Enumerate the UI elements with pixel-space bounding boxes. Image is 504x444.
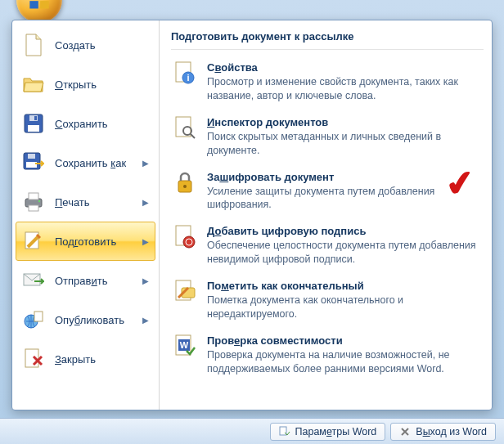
mark-final-icon	[173, 280, 197, 304]
menu-item-print[interactable]: Печать ▶	[16, 182, 155, 222]
menu-item-label: Сохранить как	[55, 157, 133, 169]
exit-icon	[399, 426, 411, 437]
item-description: Пометка документа как окончательного и н…	[207, 294, 482, 321]
print-icon	[22, 191, 45, 213]
svg-point-14	[38, 200, 40, 202]
svg-rect-10	[28, 154, 35, 159]
submenu-arrow-icon: ▶	[142, 198, 149, 207]
menu-item-label: Создать	[55, 39, 149, 52]
item-body: Свойства Просмотр и изменение свойств до…	[207, 61, 482, 103]
item-description: Просмотр и изменение свойств документа, …	[207, 75, 482, 103]
menu-item-open[interactable]: Открыть	[16, 65, 155, 104]
prepare-sign[interactable]: Добавить цифровую подпись Обеспечение це…	[171, 218, 484, 273]
menu-item-label: Подготовить	[55, 235, 133, 248]
item-title: Инспектор документов	[207, 116, 482, 128]
prepare-inspect[interactable]: Инспектор документов Поиск скрытых метад…	[171, 110, 484, 164]
prepare-compatibility[interactable]: W Проверка совместимости Проверка докуме…	[171, 328, 484, 383]
item-title: Свойства	[207, 61, 482, 74]
menu-item-label: Опубликовать	[55, 314, 133, 326]
item-body: Пометить как окончательный Пометка докум…	[207, 280, 482, 321]
prepare-submenu: Подготовить документ к рассылке i Свойст…	[160, 20, 492, 410]
prepare-icon	[22, 230, 45, 253]
menu-item-send[interactable]: Отправить ▶	[16, 261, 155, 300]
open-folder-icon	[22, 73, 45, 96]
item-title: Добавить цифровую подпись	[207, 225, 482, 237]
options-icon	[279, 426, 290, 437]
svg-rect-12	[29, 193, 38, 200]
svg-rect-18	[34, 312, 43, 321]
prepare-mark-final[interactable]: Пометить как окончательный Пометка докум…	[171, 273, 484, 328]
submenu-arrow-icon: ▶	[142, 276, 149, 285]
submenu-arrow-icon: ▶	[142, 316, 149, 325]
button-label: Параметры Word	[295, 426, 377, 437]
encrypt-icon	[173, 171, 197, 195]
menu-item-prepare[interactable]: Подготовить ▶	[16, 222, 155, 261]
menu-item-save-as[interactable]: Сохранить как ▶	[16, 143, 155, 182]
inspect-icon	[173, 116, 197, 141]
save-icon	[22, 112, 45, 135]
menu-footer: Параметры Word Выход из Word	[0, 418, 504, 444]
item-title: Пометить как окончательный	[207, 280, 482, 292]
svg-text:W: W	[180, 340, 189, 350]
item-description: Поиск скрытых метаданных и личных сведен…	[207, 130, 482, 158]
save-as-icon	[22, 151, 45, 174]
svg-text:i: i	[187, 73, 189, 83]
item-description: Проверка документа на наличие возможност…	[207, 348, 482, 376]
menu-item-close[interactable]: Закрыть	[16, 339, 155, 379]
submenu-header: Подготовить документ к рассылке	[171, 27, 484, 50]
item-body: Инспектор документов Поиск скрытых метад…	[207, 116, 482, 158]
submenu-arrow-icon: ▶	[142, 237, 149, 246]
item-title: Зашифровать документ	[207, 171, 482, 183]
menu-item-label: Открыть	[55, 78, 149, 91]
menu-item-label: Сохранить	[55, 118, 149, 130]
svg-point-28	[183, 236, 195, 248]
new-document-icon	[22, 34, 45, 56]
menu-item-label: Отправить	[55, 275, 133, 287]
close-document-icon	[22, 348, 45, 370]
office-menu: Создать Открыть Сохранить Сохранить как …	[11, 20, 493, 410]
item-body: Зашифровать документ Усиление защиты док…	[207, 171, 482, 213]
properties-icon: i	[173, 61, 197, 86]
menu-item-new[interactable]: Создать	[16, 25, 155, 65]
svg-rect-13	[29, 205, 38, 211]
menu-item-label: Печать	[55, 196, 133, 209]
primary-command-list: Создать Открыть Сохранить Сохранить как …	[12, 20, 160, 410]
item-description: Усиление защиты документа путем добавлен…	[207, 185, 482, 213]
prepare-properties[interactable]: i Свойства Просмотр и изменение свойств …	[171, 55, 484, 110]
svg-point-26	[183, 185, 187, 188]
svg-rect-3	[40, 1, 48, 8]
svg-rect-2	[29, 1, 38, 8]
button-label: Выход из Word	[416, 426, 487, 437]
send-icon	[22, 269, 45, 292]
exit-word-button[interactable]: Выход из Word	[390, 423, 496, 441]
menu-item-publish[interactable]: Опубликовать ▶	[16, 300, 155, 339]
item-description: Обеспечение целостности документа путем …	[207, 239, 482, 267]
svg-rect-5	[28, 125, 39, 132]
compatibility-icon: W	[173, 334, 197, 359]
svg-rect-7	[34, 116, 37, 120]
item-body: Проверка совместимости Проверка документ…	[207, 334, 482, 376]
prepare-encrypt[interactable]: Зашифровать документ Усиление защиты док…	[171, 164, 484, 219]
word-options-button[interactable]: Параметры Word	[270, 423, 386, 441]
item-title: Проверка совместимости	[207, 334, 482, 347]
signature-icon	[173, 225, 197, 249]
menu-item-label: Закрыть	[55, 353, 149, 366]
item-body: Добавить цифровую подпись Обеспечение це…	[207, 225, 482, 267]
submenu-arrow-icon: ▶	[142, 159, 149, 168]
publish-icon	[22, 308, 45, 331]
office-logo-icon	[28, 0, 51, 11]
menu-item-save[interactable]: Сохранить	[16, 104, 155, 143]
